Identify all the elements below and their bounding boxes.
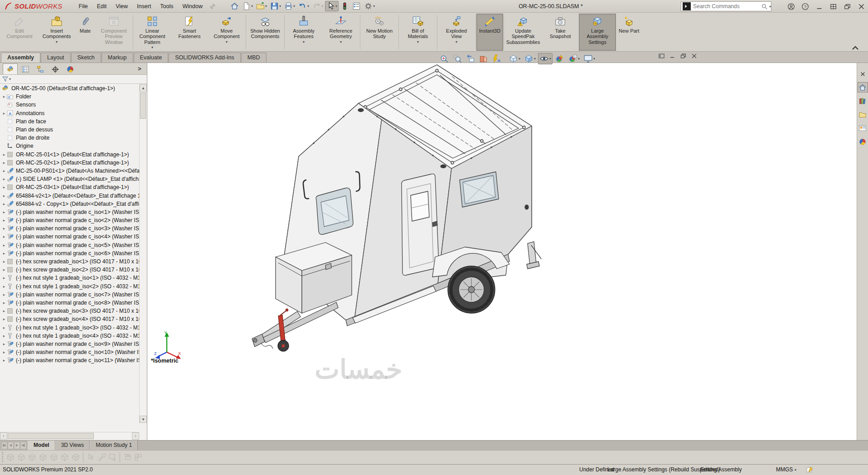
- expand-arrow-icon[interactable]: ▸: [0, 177, 6, 181]
- ribbon-reference-geometry-dropdown-arrow[interactable]: ▾: [340, 40, 342, 44]
- expand-arrow-icon[interactable]: ▸: [0, 309, 6, 313]
- tree-item-mc-25-00-ps01-1-d-faut-as-ma[interactable]: ▸MC-25-00-PS01<1> (Défaut<As Machined><<…: [0, 167, 140, 175]
- filter-dropdown-arrow[interactable]: ▾: [9, 77, 11, 81]
- tree-item-plain-washer-normal-grade[interactable]: ▸(-) plain washer normal grade c_iso<1> …: [0, 208, 140, 216]
- tree-item-hex-screw-gradeab-iso-3[interactable]: ▸(-) hex screw gradeab_iso<3> (ISO 4017 …: [0, 307, 140, 315]
- ribbon-linear-component-pattern-button[interactable]: Linear Component Pattern▾: [134, 14, 171, 51]
- hide-show-items-button[interactable]: ▾: [538, 53, 553, 64]
- bottom-tab-3d-views[interactable]: 3D Views: [55, 441, 90, 450]
- tree-item-or-mc-25-01-1-d-faut-etat-d[interactable]: ▸OR-MC-25-01<1> (Défaut<Etat d'affichage…: [0, 150, 140, 159]
- tree-item-plain-washer-normal-grade[interactable]: ▸(-) plain washer normal grade c_iso<10>…: [0, 348, 140, 356]
- help-icon[interactable]: ?: [801, 3, 809, 10]
- menu-insert[interactable]: Insert: [132, 1, 155, 11]
- ribbon-take-snapshot-button[interactable]: Take Snapshot: [542, 14, 579, 51]
- user-account-icon[interactable]: [787, 3, 795, 10]
- menu-file[interactable]: File: [74, 1, 92, 11]
- expand-arrow-icon[interactable]: ▸: [0, 350, 6, 354]
- expand-arrow-icon[interactable]: ▸: [0, 152, 6, 157]
- ribbon-insert-components-button[interactable]: Insert Components▾: [38, 14, 75, 51]
- ribbon-mate-button[interactable]: Mate: [75, 14, 95, 51]
- view-settings-dropdown-arrow[interactable]: ▾: [593, 57, 595, 61]
- appearances-button[interactable]: [858, 136, 868, 147]
- ribbon-bill-of-materials-dropdown-arrow[interactable]: ▾: [417, 40, 419, 44]
- ribbon-linear-component-pattern-dropdown-arrow[interactable]: ▾: [151, 45, 153, 49]
- tab-sketch[interactable]: Sketch: [71, 53, 101, 63]
- filter-icon[interactable]: [2, 76, 9, 82]
- tab-mbd[interactable]: MBD: [241, 53, 267, 63]
- view-palette-button[interactable]: [858, 123, 868, 133]
- open-document-dropdown-arrow[interactable]: ▾: [265, 4, 267, 8]
- propertymanager-tab[interactable]: [18, 63, 33, 74]
- design-library-button[interactable]: [858, 96, 868, 106]
- file-explorer-button[interactable]: [858, 109, 868, 120]
- bottom-tab-model[interactable]: Model: [28, 441, 55, 450]
- view-orientation-button[interactable]: ▾: [507, 53, 522, 64]
- ribbon-insert-components-dropdown-arrow[interactable]: ▾: [56, 40, 58, 44]
- tree-item-hex-nut-style-1-gradeab-is[interactable]: ▸(-) hex nut style 1 gradeab_iso<4> (ISO…: [0, 332, 140, 340]
- menu-view[interactable]: View: [111, 1, 132, 11]
- minimize-icon[interactable]: [815, 3, 823, 10]
- save-button[interactable]: ▾: [269, 1, 282, 11]
- tab-assembly[interactable]: Assembly: [1, 53, 40, 63]
- tree-item-hex-nut-style-1-gradeab-is[interactable]: ▸(-) hex nut style 1 gradeab_iso<3> (ISO…: [0, 323, 140, 331]
- options-button[interactable]: [351, 1, 362, 11]
- redo-dropdown-arrow[interactable]: ▾: [321, 4, 323, 8]
- tree-item-side-lamp-1-d-faut-d-f[interactable]: ▸(-) SIDE LAMP <1> (Défaut<<Défaut>_Etat…: [0, 175, 140, 183]
- undo-button[interactable]: ▾: [297, 1, 310, 11]
- view-settings-button[interactable]: ▾: [582, 53, 596, 64]
- search-run-icon[interactable]: [683, 2, 691, 10]
- scroll-down-arrow[interactable]: ▼: [140, 416, 147, 423]
- tree-item-or-mc-25-00-d-faut-etat-d-aff[interactable]: OR-MC-25-00 (Défaut<Etat d'affichage-1>): [0, 84, 140, 92]
- scroll-up-arrow[interactable]: ▲: [140, 84, 147, 92]
- tab-layout[interactable]: Layout: [41, 53, 71, 63]
- settings-gear-button[interactable]: ▾: [363, 1, 376, 11]
- dimxpert-tab[interactable]: [48, 63, 63, 74]
- tree-item-plain-washer-normal-grade[interactable]: ▸(-) plain washer normal grade c_iso<4> …: [0, 233, 140, 241]
- expand-arrow-icon[interactable]: ▸: [0, 111, 6, 116]
- expand-arrow-icon[interactable]: ▸: [0, 259, 6, 264]
- tree-horizontal-scrollbar[interactable]: ‹ ›: [0, 432, 139, 440]
- ribbon-exploded-view-button[interactable]: Exploded View▾: [438, 14, 475, 51]
- expand-arrow-icon[interactable]: ▸: [0, 251, 6, 256]
- print-button[interactable]: ▾: [283, 1, 296, 11]
- annotation-views-button[interactable]: A: [490, 53, 503, 64]
- expand-arrow-icon[interactable]: ▸: [0, 276, 6, 280]
- expand-arrow-icon[interactable]: ▸: [0, 342, 6, 346]
- tab-markup[interactable]: Markup: [102, 53, 133, 63]
- tab-solidworks-add-ins[interactable]: SOLIDWORKS Add-Ins: [169, 53, 241, 63]
- menu-edit[interactable]: Edit: [92, 1, 112, 11]
- new-document-button[interactable]: ▾: [241, 1, 254, 11]
- ribbon-smart-fasteners-button[interactable]: Smart Fasteners: [171, 14, 208, 51]
- expand-arrow-icon[interactable]: ▸: [0, 284, 6, 289]
- horizontal-scroll-thumb[interactable]: [8, 433, 94, 439]
- tree-item-hex-screw-gradeab-iso-2[interactable]: ▸(-) hex screw gradeab_iso<2> (ISO 4017 …: [0, 266, 140, 274]
- new-document-dropdown-arrow[interactable]: ▾: [251, 4, 253, 8]
- collapse-ribbon-icon[interactable]: [851, 45, 859, 51]
- tree-item-or-mc-25-02-1-d-faut-etat-d[interactable]: ▸OR-MC-25-02<1> (Défaut<Etat d'affichage…: [0, 159, 140, 167]
- tree-vertical-scrollbar[interactable]: ▲ ▼: [139, 84, 146, 423]
- graphics-viewport[interactable]: Y X Z *Isometric خمسات: [148, 63, 857, 440]
- tree-item-hex-nut-style-1-gradeab-is[interactable]: ▸(-) hex nut style 1 gradeab_iso<2> (ISO…: [0, 282, 140, 291]
- hide-show-items-dropdown-arrow[interactable]: ▾: [549, 57, 551, 61]
- expand-arrow-icon[interactable]: ▸: [0, 202, 6, 206]
- search-dropdown-arrow[interactable]: ▾: [769, 5, 771, 9]
- ribbon-reference-geometry-button[interactable]: Reference Geometry▾: [322, 14, 359, 51]
- scroll-left-arrow[interactable]: ‹: [0, 432, 7, 440]
- displaymanager-tab[interactable]: [63, 63, 78, 74]
- tree-item-plan-de-face[interactable]: Plan de face: [0, 117, 140, 126]
- tree-item-plain-washer-normal-grade[interactable]: ▸(-) plain washer normal grade c_iso<6> …: [0, 249, 140, 257]
- undo-dropdown-arrow[interactable]: ▾: [307, 4, 309, 8]
- tree-item-plain-washer-normal-grade[interactable]: ▸(-) plain washer normal grade c_iso<7> …: [0, 291, 140, 299]
- configurationmanager-tab[interactable]: [33, 63, 48, 74]
- apply-scene-dropdown-arrow[interactable]: ▾: [578, 57, 580, 61]
- apply-scene-button[interactable]: ▾: [567, 53, 581, 64]
- dock-window-icon[interactable]: [658, 53, 665, 59]
- save-dropdown-arrow[interactable]: ▾: [279, 4, 281, 8]
- ribbon-bill-of-materials-button[interactable]: Bill of Materials▾: [399, 14, 436, 51]
- tree-item-hex-screw-gradeab-iso-4[interactable]: ▸(-) hex screw gradeab_iso<4> (ISO 4017 …: [0, 315, 140, 323]
- expand-arrow-icon[interactable]: ▸: [0, 169, 6, 173]
- expand-arrow-icon[interactable]: ▸: [0, 234, 6, 239]
- expand-arrow-icon[interactable]: ▸: [0, 325, 6, 330]
- edit-appearance-button[interactable]: [553, 53, 566, 64]
- ribbon-show-hidden-components-button[interactable]: Show Hidden Components: [247, 14, 284, 51]
